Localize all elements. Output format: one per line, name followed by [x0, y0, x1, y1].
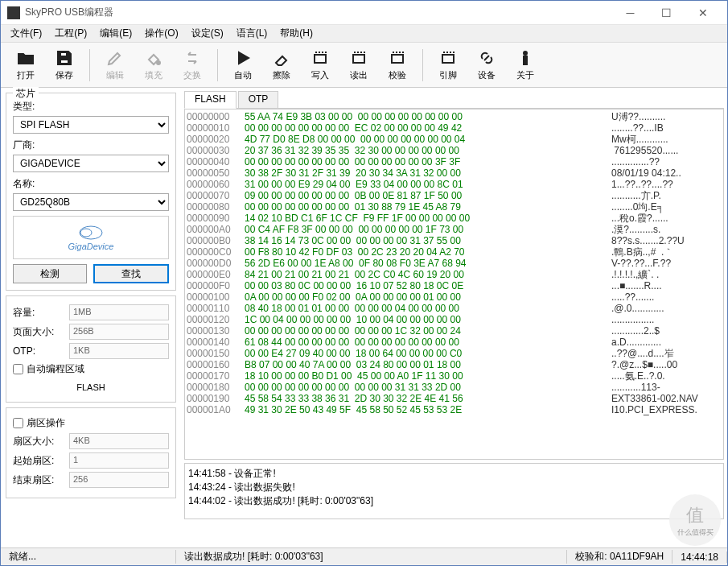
menu-item-5[interactable]: 语言(L) — [230, 25, 274, 42]
hex-bytes: 00 00 00 00 00 00 00 00 00 00 00 00 00 0… — [245, 156, 605, 167]
log-area[interactable]: 14:41:58 - 设备正常!14:43:24 - 读出数据失败!14:44:… — [184, 463, 724, 519]
menu-item-0[interactable]: 文件(F) — [4, 25, 48, 42]
hex-row[interactable]: 00000160B8 07 00 00 40 7A 00 00 03 24 80… — [187, 359, 722, 370]
hex-row[interactable]: 0000017018 10 00 00 00 B0 D1 00 45 00 00… — [187, 370, 722, 382]
toolbar-write-button[interactable]: W写入 — [302, 46, 339, 85]
hex-row[interactable]: 0000008000 00 00 00 00 00 00 00 01 30 88… — [187, 201, 722, 213]
hex-bytes: 20 37 36 31 32 39 35 35 32 30 00 00 00 0… — [245, 145, 605, 156]
hex-row[interactable]: 000001000A 00 00 00 00 F0 02 00 0A 00 00… — [187, 291, 722, 303]
close-button[interactable]: ✕ — [685, 2, 721, 24]
name-select[interactable]: GD25Q80B — [13, 193, 169, 211]
hex-ascii: a.D............. — [605, 337, 661, 348]
hex-row[interactable]: 0000003020 37 36 31 32 39 35 35 32 30 00… — [187, 145, 722, 156]
hex-row[interactable]: 0000005030 38 2F 30 31 2F 31 39 20 30 34… — [187, 167, 722, 179]
sector-size-value: 4KB — [69, 433, 169, 449]
hex-ascii: 761295520...... — [605, 145, 678, 156]
sector-size-label: 扇区大小: — [13, 435, 69, 448]
chip-group: 芯片 类型: SPI FLASH 厂商: GIGADEVICE 名称: GD25… — [6, 93, 176, 291]
toolbar-open-button[interactable]: 打开 — [7, 46, 44, 85]
chip-w-icon: W — [311, 48, 330, 68]
hex-row[interactable]: 0000004000 00 00 00 00 00 00 00 00 00 00… — [187, 156, 722, 167]
menu-item-4[interactable]: 设定(S) — [185, 25, 230, 42]
menu-item-6[interactable]: 帮助(H) — [274, 25, 319, 42]
hex-ascii: ..??@....d....岝 — [605, 348, 674, 359]
hex-bytes: 56 2D E6 00 00 1E A8 00 0F 80 08 F0 3E A… — [245, 258, 605, 269]
hex-row[interactable]: 0000000055 AA 74 E9 3B 03 00 00 00 00 00… — [187, 111, 722, 122]
vendor-logo: GigaDevice — [13, 216, 169, 259]
autoprog-checkbox[interactable] — [13, 364, 23, 374]
hex-address: 00000030 — [187, 145, 245, 156]
toolbar-erase-button[interactable]: 擦除 — [263, 46, 300, 85]
hex-ascii: EXT33861-002.NAV — [605, 393, 698, 404]
vendor-label: 厂商: — [13, 138, 169, 152]
hex-ascii: .....??....... — [605, 291, 654, 303]
link-icon — [477, 48, 496, 68]
fill-icon — [144, 48, 163, 68]
play-icon — [233, 48, 253, 68]
hex-row[interactable]: 0000006031 00 00 00 E9 29 04 00 E9 33 04… — [187, 179, 722, 190]
toolbar-save-button[interactable]: 保存 — [46, 46, 83, 85]
minimize-button[interactable]: ─ — [612, 2, 648, 24]
vendor-select[interactable]: GIGADEVICE — [13, 155, 169, 172]
hex-row[interactable]: 0000013000 00 00 00 00 00 00 00 00 00 00… — [187, 325, 722, 337]
hex-row[interactable]: 0000019045 58 54 33 33 38 36 31 2D 30 30… — [187, 393, 722, 404]
hex-ascii: Mw柯............ — [605, 134, 668, 145]
toolbar-verify-button[interactable]: V校验 — [379, 46, 416, 85]
hex-row[interactable]: 000000D056 2D E6 00 00 1E A8 00 0F 80 08… — [187, 258, 722, 269]
toolbar-swap-button: 交换 — [174, 46, 211, 85]
sector-group: 扇区操作 扇区大小:4KB 起始扇区:1 结束扇区:256 — [6, 407, 176, 498]
hex-address: 00000000 — [187, 111, 245, 122]
hex-row[interactable]: 0000014061 08 44 00 00 00 00 00 00 00 00… — [187, 337, 722, 348]
hex-bytes: 09 00 00 00 00 00 00 00 0B 00 0E 81 87 1… — [245, 190, 605, 201]
hex-row[interactable]: 0000011008 40 18 00 01 01 00 00 00 00 00… — [187, 303, 722, 314]
chip-v-icon: V — [388, 48, 407, 68]
find-button[interactable]: 查找 — [93, 264, 169, 283]
sector-checkbox[interactable] — [13, 418, 23, 428]
toolbar-read-button[interactable]: R读出 — [340, 46, 377, 85]
toolbar-pin-button[interactable]: P引脚 — [430, 46, 467, 85]
tab-flash[interactable]: FLASH — [184, 91, 236, 109]
toolbar-about-button[interactable]: 关于 — [507, 46, 544, 85]
hex-row[interactable]: 000000E084 21 00 21 00 21 00 21 00 2C C0… — [187, 269, 722, 280]
detect-button[interactable]: 检测 — [13, 264, 87, 283]
hex-bytes: 38 14 16 14 73 0C 00 00 00 00 00 00 31 3… — [245, 235, 605, 246]
hex-row[interactable]: 000001201C 00 04 00 00 00 00 00 10 00 04… — [187, 314, 722, 325]
menu-item-3[interactable]: 操作(O) — [138, 25, 184, 42]
sector-chk-label: 扇区操作 — [27, 416, 65, 430]
toolbar-auto-button[interactable]: 自动 — [224, 46, 261, 85]
tab-otp[interactable]: OTP — [238, 91, 279, 108]
type-label: 类型: — [13, 100, 169, 114]
pagesize-value: 256B — [69, 324, 169, 340]
hex-address: 00000100 — [187, 291, 245, 303]
toolbar-device-button[interactable]: 设备 — [468, 46, 505, 85]
pagesize-label: 页面大小: — [13, 325, 69, 339]
menu-item-2[interactable]: 编辑(E) — [93, 25, 138, 42]
hex-ascii: 1...??..??....?? — [605, 179, 673, 190]
svg-point-14 — [80, 229, 92, 237]
hex-row[interactable]: 000000A000 C4 AF F8 3F 00 00 00 00 00 00… — [187, 224, 722, 235]
hex-bytes: 45 58 54 33 33 38 36 31 2D 30 30 32 2E 4… — [245, 393, 605, 404]
hex-row[interactable]: 0000007009 00 00 00 00 00 00 00 0B 00 0E… — [187, 190, 722, 201]
hex-row[interactable]: 000000B038 14 16 14 73 0C 00 00 00 00 00… — [187, 235, 722, 246]
hex-row[interactable]: 0000018000 00 00 00 00 00 00 00 00 00 00… — [187, 382, 722, 393]
autoprog-label: 自动编程区域 — [27, 362, 84, 376]
hex-ascii: ............2..$ — [605, 325, 660, 337]
hex-address: 00000190 — [187, 393, 245, 404]
hex-row[interactable]: 0000015000 00 E4 27 09 40 00 00 18 00 64… — [187, 348, 722, 359]
hex-ascii: ...........113- — [605, 382, 660, 393]
maximize-button[interactable]: ☐ — [648, 2, 685, 24]
hex-row[interactable]: 0000009014 02 10 BD C1 6F 1C CF F9 FF 1F… — [187, 213, 722, 224]
hex-row[interactable]: 000000F000 00 03 80 0C 00 00 00 16 10 07… — [187, 280, 722, 291]
hex-row[interactable]: 000001A049 31 30 2E 50 43 49 5F 45 58 50… — [187, 404, 722, 415]
type-select[interactable]: SPI FLASH — [13, 116, 169, 134]
hex-viewer[interactable]: 0000000055 AA 74 E9 3B 03 00 00 00 00 00… — [184, 109, 724, 460]
hex-ascii: ...稅o.霞?...... — [605, 213, 668, 224]
hex-row[interactable]: 0000001000 00 00 00 00 00 00 00 EC 02 00… — [187, 122, 722, 134]
hex-ascii: ................ — [605, 314, 654, 325]
log-line: 14:43:24 - 读出数据失败! — [188, 481, 720, 494]
chip-p-icon: P — [438, 48, 458, 68]
hex-row[interactable]: 000000204D 77 D0 8E D8 00 00 00 00 00 00… — [187, 134, 722, 145]
menu-item-1[interactable]: 工程(P) — [48, 25, 93, 42]
hex-row[interactable]: 000000C000 F8 80 10 42 F0 DF 03 00 2C 23… — [187, 246, 722, 258]
hex-bytes: 00 00 00 00 00 00 00 00 EC 02 00 00 00 0… — [245, 122, 605, 134]
